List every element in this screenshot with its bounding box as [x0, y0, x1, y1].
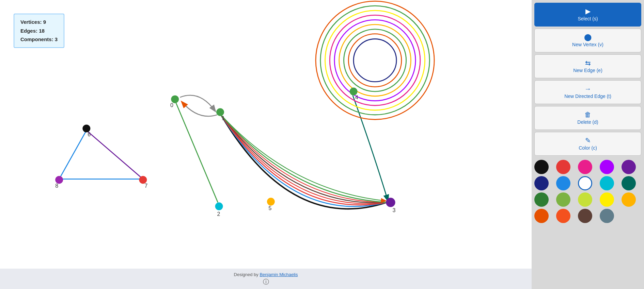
vertex-icon: ⬤	[584, 34, 592, 40]
new-directed-edge-button[interactable]: → New Directed Edge (t)	[534, 80, 641, 104]
select-label: Select (s)	[578, 16, 598, 21]
svg-point-10	[325, 11, 425, 110]
svg-point-12	[316, 1, 434, 119]
color-orange[interactable]	[534, 209, 549, 223]
color-purple[interactable]	[622, 160, 636, 174]
footer-text: Designed by Benjamin Michaelis	[234, 272, 298, 277]
new-vertex-button[interactable]: ⬤ New Vertex (v)	[534, 29, 641, 52]
vertex-2[interactable]	[215, 202, 223, 210]
svg-point-11	[320, 6, 430, 115]
svg-line-2	[87, 131, 143, 179]
edge-icon: ⇆	[585, 60, 591, 66]
cursor-icon: ▶	[585, 8, 591, 15]
color-brown[interactable]	[578, 209, 592, 223]
svg-point-4	[354, 39, 396, 82]
trash-icon: 🗑	[584, 111, 591, 118]
vertex-label-2: 2	[217, 211, 220, 217]
components-stat: Components: 3	[20, 35, 58, 44]
color-button[interactable]: ✎ Color (c)	[534, 132, 641, 156]
color-teal[interactable]	[622, 176, 636, 190]
vertex-label-4: 4	[355, 94, 358, 100]
graph-canvas[interactable]: Vertices: 9 Edges: 18 Components: 3	[0, 0, 532, 269]
new-directed-edge-label: New Directed Edge (t)	[564, 94, 611, 99]
edges-stat: Edges: 18	[20, 27, 58, 35]
svg-point-7	[339, 24, 411, 96]
vertex-label-7: 7	[144, 183, 147, 189]
vertex-label-8: 8	[55, 183, 58, 189]
svg-point-8	[334, 20, 415, 101]
color-pink[interactable]	[578, 160, 592, 174]
edges-value: 18	[39, 28, 45, 34]
color-grey[interactable]	[600, 209, 614, 223]
color-orange2[interactable]	[556, 209, 570, 223]
svg-line-0	[59, 131, 87, 179]
color-red[interactable]	[556, 160, 570, 174]
color-blue[interactable]	[556, 176, 570, 190]
color-yellow[interactable]	[600, 192, 614, 207]
color-dark-blue[interactable]	[534, 176, 549, 190]
color-yellow-green[interactable]	[578, 192, 592, 207]
vertices-label: Vertices:	[20, 19, 42, 25]
sidebar: ▶ Select (s) ⬤ New Vertex (v) ⇆ New Edge…	[532, 0, 644, 289]
author-link[interactable]: Benjamin Michaelis	[260, 272, 298, 277]
vertices-stat: Vertices: 9	[20, 18, 58, 27]
components-value: 3	[55, 36, 58, 42]
stats-box: Vertices: 9 Edges: 18 Components: 3	[14, 14, 64, 48]
canvas-area: Vertices: 9 Edges: 18 Components: 3	[0, 0, 532, 289]
vertices-value: 9	[43, 19, 46, 25]
delete-label: Delete (d)	[577, 119, 598, 125]
color-cyan[interactable]	[600, 176, 614, 190]
color-black[interactable]	[534, 160, 549, 174]
color-green[interactable]	[534, 192, 549, 207]
components-label: Components:	[20, 36, 53, 42]
vertex-label-0: 0	[170, 102, 173, 108]
select-button[interactable]: ▶ Select (s)	[534, 3, 641, 27]
color-light-green[interactable]	[556, 192, 570, 207]
vertex-label-3: 3	[393, 207, 396, 213]
svg-point-5	[348, 34, 402, 87]
color-palette	[534, 158, 641, 225]
vertex-3[interactable]	[386, 198, 395, 207]
vertex-label-1: 1	[222, 115, 225, 121]
paint-icon: ✎	[585, 137, 591, 144]
edges-label: Edges:	[20, 28, 37, 34]
color-label: Color (c)	[579, 145, 597, 151]
footer: Designed by Benjamin Michaelis ⓘ	[0, 269, 532, 289]
graph-svg[interactable]: 0 1 2 3 4 5 6 7 8	[0, 0, 532, 269]
designed-by-text: Designed by	[234, 272, 258, 277]
color-magenta[interactable]	[600, 160, 614, 174]
vertex-5[interactable]	[267, 198, 275, 206]
delete-button[interactable]: 🗑 Delete (d)	[534, 106, 641, 130]
vertex-label-5: 5	[269, 205, 272, 211]
directed-edge-icon: →	[584, 85, 591, 92]
new-edge-button[interactable]: ⇆ New Edge (e)	[534, 54, 641, 78]
color-amber[interactable]	[622, 192, 636, 207]
github-icon: ⓘ	[263, 278, 269, 286]
color-white[interactable]	[578, 176, 592, 190]
new-vertex-label: New Vertex (v)	[572, 42, 603, 47]
vertex-label-6: 6	[88, 131, 91, 137]
new-edge-label: New Edge (e)	[573, 68, 602, 73]
